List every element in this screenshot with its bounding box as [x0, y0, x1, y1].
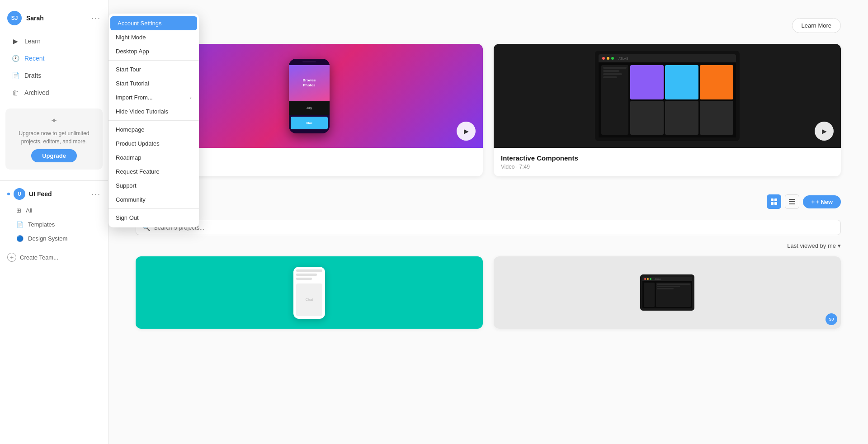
upgrade-box: ✦ Upgrade now to get unlimited projects,…: [5, 109, 103, 170]
project-card-1[interactable]: Chat: [136, 256, 483, 329]
sort-row: Last viewed by me ▾: [136, 242, 841, 249]
project-thumb-gray: Home: [494, 256, 841, 329]
projects-row: Chat Home: [136, 256, 841, 329]
sidebar-sub-item-design-system[interactable]: 🔵 Design System: [4, 232, 104, 245]
user-name: Sarah: [26, 14, 44, 22]
svg-rect-5: [789, 201, 795, 202]
dropdown-item-start-tutorial[interactable]: Start Tutorial: [108, 76, 199, 90]
recent-tools: + + New: [767, 194, 841, 209]
separator-3: [108, 208, 199, 209]
clock-icon: 🕐: [11, 54, 20, 63]
dropdown-item-community[interactable]: Community: [108, 193, 199, 207]
learn-more-button[interactable]: Learn More: [792, 18, 841, 33]
search-input[interactable]: [154, 224, 834, 231]
svg-rect-3: [774, 202, 777, 205]
project-card-2[interactable]: Home SJ: [494, 256, 841, 329]
drafts-icon: 📄: [11, 71, 20, 80]
template-icon: 📄: [16, 221, 24, 228]
sidebar: SJ Sarah ··· Account Settings Night Mode…: [0, 0, 108, 444]
svg-rect-6: [789, 203, 795, 204]
main-content: Get Started Learn More BrowsePhotos: [108, 0, 868, 444]
video-title-interactive: Interactive Components: [501, 154, 834, 162]
separator-1: [108, 60, 199, 61]
dropdown-item-homepage[interactable]: Homepage: [108, 123, 199, 137]
plus-icon: +: [811, 198, 815, 205]
more-options-button[interactable]: ···: [91, 14, 101, 23]
dropdown-menu: Account Settings Night Mode Desktop App …: [108, 14, 199, 227]
grid-icon: [771, 198, 777, 205]
user-menu-trigger[interactable]: SJ Sarah ···: [0, 7, 108, 33]
user-avatar: SJ: [7, 11, 22, 25]
archive-icon: 🗑: [11, 88, 20, 97]
team-name: UI Feed: [29, 190, 52, 198]
dropdown-item-desktop-app[interactable]: Desktop App: [108, 44, 199, 58]
sparkle-icon: ✦: [51, 116, 57, 126]
svg-rect-1: [774, 198, 777, 201]
sidebar-item-learn[interactable]: ▶ Learn: [4, 33, 104, 49]
team-more-button[interactable]: ···: [91, 189, 101, 199]
dropdown-item-request-feature[interactable]: Request Feature: [108, 165, 199, 179]
search-bar: 🔍: [136, 220, 841, 235]
design-system-icon: 🔵: [16, 235, 24, 242]
online-indicator: [7, 193, 10, 195]
video-info-interactive: Interactive Components Video · 7:49: [494, 148, 841, 176]
dropdown-item-night-mode[interactable]: Night Mode: [108, 30, 199, 44]
video-cards-row: BrowsePhotos July Chat: [136, 44, 841, 176]
video-card-interactive-components[interactable]: ATLAS: [494, 44, 841, 176]
play-icon: ▶: [11, 37, 20, 46]
create-team-button[interactable]: + Create Team...: [0, 249, 108, 265]
sort-button[interactable]: Last viewed by me ▾: [787, 242, 841, 249]
team-header: U UI Feed ···: [0, 184, 108, 203]
video-thumb-interactive: ATLAS: [494, 44, 841, 148]
project-thumb-teal: Chat: [136, 256, 483, 329]
grid-icon: ⊞: [16, 207, 21, 214]
sidebar-sub-item-all[interactable]: ⊞ All: [4, 204, 104, 217]
chevron-down-icon: ▾: [838, 242, 841, 249]
recent-section: Recent + + New: [136, 194, 841, 329]
svg-rect-2: [771, 202, 774, 205]
dropdown-item-account-settings[interactable]: Account Settings: [110, 16, 197, 30]
sidebar-sub-item-templates[interactable]: 📄 Templates: [4, 218, 104, 231]
plus-icon: +: [7, 253, 16, 262]
dropdown-item-product-updates[interactable]: Product Updates: [108, 137, 199, 151]
video-meta-interactive: Video · 7:49: [501, 164, 834, 170]
sidebar-item-archived[interactable]: 🗑 Archived: [4, 85, 104, 101]
chevron-right-icon: ›: [190, 94, 192, 101]
dropdown-item-roadmap[interactable]: Roadmap: [108, 151, 199, 165]
team-avatar: U: [14, 188, 25, 200]
play-button-basics[interactable]: ▶: [457, 122, 476, 141]
play-button-interactive[interactable]: ▶: [815, 122, 834, 141]
recent-header: Recent + + New: [136, 194, 841, 209]
upgrade-button[interactable]: Upgrade: [31, 149, 77, 162]
list-view-button[interactable]: [785, 194, 799, 209]
svg-rect-4: [789, 199, 795, 200]
sidebar-item-recent[interactable]: 🕐 Recent: [4, 50, 104, 66]
dropdown-item-start-tour[interactable]: Start Tour: [108, 62, 199, 76]
sidebar-item-drafts[interactable]: 📄 Drafts: [4, 67, 104, 84]
grid-view-button[interactable]: [767, 194, 781, 209]
list-icon: [789, 198, 795, 205]
new-button[interactable]: + + New: [803, 195, 841, 208]
divider-1: [0, 180, 108, 181]
upgrade-text: Upgrade now to get unlimited projects, e…: [13, 129, 95, 146]
dropdown-item-hide-video-tutorials[interactable]: Hide Video Tutorials: [108, 104, 199, 118]
project-avatar-sj: SJ: [826, 313, 837, 325]
dropdown-item-support[interactable]: Support: [108, 179, 199, 193]
separator-2: [108, 120, 199, 121]
laptop-thumb-bg: ATLAS: [494, 44, 841, 148]
dropdown-item-sign-out[interactable]: Sign Out: [108, 211, 199, 225]
get-started-header: Get Started Learn More: [136, 18, 841, 33]
dropdown-item-import-from[interactable]: Import From... ›: [108, 90, 199, 104]
svg-rect-0: [771, 198, 774, 201]
